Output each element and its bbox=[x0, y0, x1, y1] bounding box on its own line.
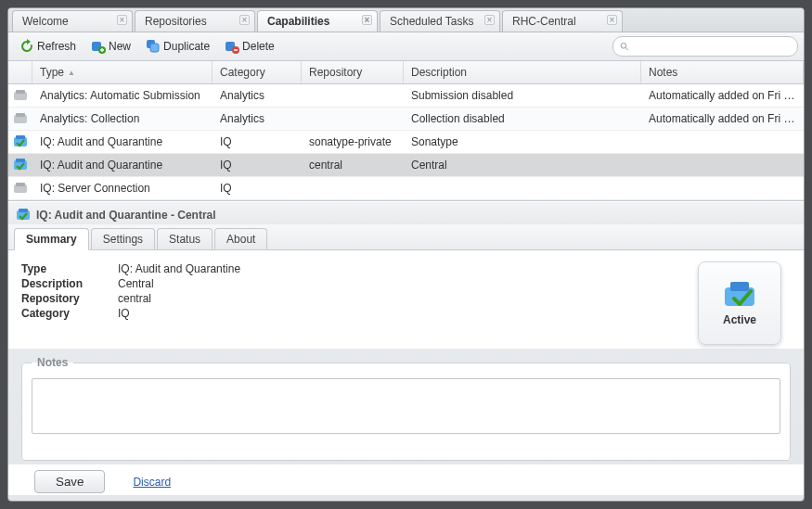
cell-notes bbox=[641, 160, 804, 170]
tab-welcome[interactable]: Welcome × bbox=[12, 10, 133, 32]
col-label: Repository bbox=[309, 66, 362, 79]
capability-icon bbox=[13, 111, 28, 126]
tab-label: Capabilities bbox=[267, 15, 329, 28]
col-header-notes[interactable]: Notes bbox=[641, 61, 804, 83]
tab-label: Status bbox=[169, 233, 200, 246]
refresh-icon bbox=[19, 39, 34, 54]
search-icon bbox=[619, 41, 629, 52]
row-icon-cell bbox=[8, 84, 32, 107]
cell-type: Analytics: Collection bbox=[32, 108, 213, 130]
refresh-label: Refresh bbox=[37, 40, 76, 53]
detail-tab-status[interactable]: Status bbox=[157, 228, 213, 249]
detail-tab-summary[interactable]: Summary bbox=[14, 228, 89, 250]
capability-active-icon bbox=[16, 208, 31, 223]
detail-panel: IQ: Audit and Quarantine - Central Summa… bbox=[8, 200, 804, 501]
save-button[interactable]: Save bbox=[34, 470, 105, 493]
col-header-description[interactable]: Description bbox=[404, 61, 641, 83]
tab-repositories[interactable]: Repositories × bbox=[135, 10, 255, 32]
col-header-type[interactable]: Type ▲ bbox=[32, 61, 213, 83]
cell-repository bbox=[302, 114, 404, 123]
col-label: Notes bbox=[649, 66, 677, 79]
duplicate-label: Duplicate bbox=[163, 40, 210, 53]
cell-repository bbox=[302, 184, 404, 193]
summary-key-category: Category bbox=[21, 307, 101, 320]
tab-scheduled-tasks[interactable]: Scheduled Tasks × bbox=[380, 10, 500, 32]
table-row[interactable]: IQ: Audit and QuarantineIQsonatype-priva… bbox=[8, 131, 804, 154]
duplicate-button[interactable]: Duplicate bbox=[140, 37, 215, 56]
close-icon[interactable]: × bbox=[239, 15, 250, 25]
cell-type: Analytics: Automatic Submission bbox=[32, 84, 213, 107]
table-row[interactable]: IQ: Audit and QuarantineIQcentralCentral bbox=[8, 154, 804, 177]
tab-label: Summary bbox=[26, 233, 77, 246]
discard-link[interactable]: Discard bbox=[133, 476, 171, 489]
row-icon-cell bbox=[8, 177, 32, 199]
new-button[interactable]: New bbox=[85, 37, 136, 56]
cell-repository bbox=[302, 91, 404, 100]
notes-legend: Notes bbox=[32, 356, 73, 369]
cell-description: Sonatype bbox=[404, 131, 641, 153]
refresh-button[interactable]: Refresh bbox=[14, 37, 82, 56]
col-header-repository[interactable]: Repository bbox=[302, 61, 404, 83]
delete-button[interactable]: Delete bbox=[219, 37, 280, 56]
tab-label: Repositories bbox=[145, 15, 207, 28]
notes-textarea[interactable] bbox=[32, 378, 780, 434]
summary-val-description: Central bbox=[118, 277, 154, 290]
cell-type: IQ: Audit and Quarantine bbox=[32, 131, 213, 153]
detail-title: IQ: Audit and Quarantine - Central bbox=[36, 209, 216, 222]
close-icon[interactable]: × bbox=[484, 15, 495, 25]
cell-notes bbox=[641, 137, 804, 146]
table-row[interactable]: Analytics: CollectionAnalyticsCollection… bbox=[8, 108, 804, 131]
col-label: Type bbox=[40, 66, 64, 79]
cell-category: Analytics bbox=[213, 108, 302, 130]
cell-category: IQ bbox=[213, 131, 302, 153]
delete-icon bbox=[225, 39, 239, 54]
tab-label: RHC-Central bbox=[512, 15, 576, 28]
cell-category: IQ bbox=[213, 154, 302, 176]
main-window: Welcome × Repositories × Capabilities × … bbox=[7, 7, 805, 502]
close-icon[interactable]: × bbox=[362, 15, 372, 25]
status-label: Active bbox=[723, 313, 756, 326]
summary-val-repository: central bbox=[118, 292, 151, 305]
capability-icon bbox=[13, 88, 28, 103]
summary-key-description: Description bbox=[21, 277, 101, 290]
detail-tabs: Summary Settings Status About bbox=[8, 224, 804, 250]
search-input[interactable] bbox=[629, 40, 792, 53]
cell-description: Submission disabled bbox=[404, 84, 641, 107]
grid-body: Analytics: Automatic SubmissionAnalytics… bbox=[8, 84, 804, 200]
tab-capabilities[interactable]: Capabilities × bbox=[257, 10, 378, 32]
summary-pane: TypeIQ: Audit and Quarantine Description… bbox=[8, 250, 804, 349]
cell-repository: sonatype-private bbox=[302, 131, 404, 153]
svg-rect-20 bbox=[730, 282, 749, 291]
detail-header: IQ: Audit and Quarantine - Central bbox=[8, 201, 804, 224]
svg-rect-10 bbox=[16, 113, 25, 117]
table-row[interactable]: IQ: Server ConnectionIQ bbox=[8, 177, 804, 200]
cell-category: Analytics bbox=[213, 84, 302, 107]
detail-tab-settings[interactable]: Settings bbox=[91, 228, 155, 249]
col-label: Category bbox=[220, 66, 265, 79]
svg-rect-16 bbox=[16, 183, 25, 186]
close-icon[interactable]: × bbox=[607, 15, 617, 25]
status-card: Active bbox=[698, 261, 781, 345]
discard-label: Discard bbox=[133, 476, 171, 489]
sort-asc-icon: ▲ bbox=[68, 69, 75, 77]
col-header-category[interactable]: Category bbox=[213, 61, 302, 83]
tab-label: Welcome bbox=[22, 15, 69, 28]
cell-description: Central bbox=[404, 154, 641, 176]
col-header-icon[interactable] bbox=[8, 61, 32, 83]
status-active-icon bbox=[721, 280, 758, 310]
search-field-wrap bbox=[612, 36, 798, 57]
tab-label: Settings bbox=[103, 233, 143, 246]
close-icon[interactable]: × bbox=[117, 15, 127, 25]
cell-notes: Automatically added on Fri Dec ... bbox=[641, 108, 804, 130]
cell-description bbox=[404, 184, 641, 193]
summary-key-repository: Repository bbox=[21, 292, 101, 305]
table-row[interactable]: Analytics: Automatic SubmissionAnalytics… bbox=[8, 84, 804, 108]
action-row: Save Discard bbox=[8, 464, 804, 495]
capability-active-icon bbox=[13, 134, 28, 149]
duplicate-icon bbox=[146, 39, 161, 54]
summary-table: TypeIQ: Audit and Quarantine Description… bbox=[21, 261, 679, 345]
col-label: Description bbox=[411, 66, 467, 79]
tab-rhc-central[interactable]: RHC-Central × bbox=[502, 10, 623, 32]
detail-tab-about[interactable]: About bbox=[214, 228, 267, 249]
tab-label: Scheduled Tasks bbox=[390, 15, 474, 28]
